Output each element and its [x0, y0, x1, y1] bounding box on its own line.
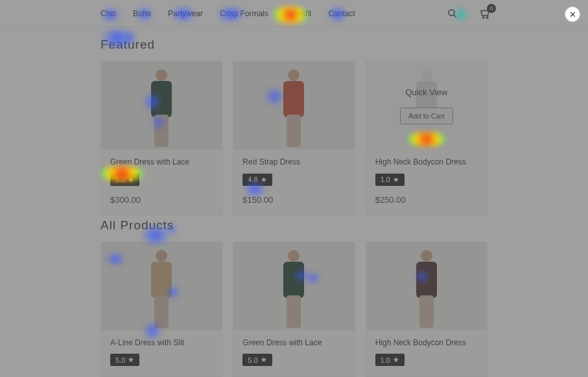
product-image [366, 242, 487, 330]
product-hover-overlay: Quick ViewAdd to Cart [366, 62, 487, 150]
product-card[interactable]: Red Strap Dress4.8★$150.00 [233, 61, 355, 216]
nav-partywear[interactable]: Partywear [168, 9, 203, 18]
nav-boho[interactable]: Boho [133, 9, 151, 18]
product-card-body: High Neck Bodycon Dress1.0★ [366, 330, 487, 377]
product-image [233, 62, 354, 150]
rating-value: 5.0 [115, 176, 125, 183]
product-title: A-Line Dress with Slit [110, 338, 213, 347]
product-image [101, 62, 222, 150]
product-card[interactable]: Green Dress with Lace5.0★$300.00 [100, 61, 222, 216]
product-title: Red Strap Dress [242, 157, 345, 166]
search-icon[interactable] [447, 8, 458, 19]
rating-value: 4.8 [248, 176, 257, 183]
product-title: Green Dress with Lace [242, 338, 345, 347]
quick-view-label[interactable]: Quick View [405, 87, 447, 97]
star-icon: ★ [128, 356, 134, 364]
product-title: Green Dress with Lace [110, 157, 213, 166]
nav-chic[interactable]: Chic [100, 9, 116, 18]
product-price: $300.00 [110, 195, 213, 205]
all-grid: A-Line Dress with Slit5.0★Green Dress wi… [100, 242, 488, 378]
product-title: High Neck Bodycon Dress [375, 157, 478, 166]
star-icon: ★ [393, 356, 399, 364]
product-card-body: Red Strap Dress4.8★$150.00 [233, 150, 354, 215]
product-card[interactable]: Quick ViewAdd to CartHigh Neck Bodycon D… [366, 61, 488, 216]
nav-crisp-formals[interactable]: Crisp Formals [220, 9, 268, 18]
svg-point-0 [449, 10, 454, 16]
product-price: $250.00 [375, 195, 478, 205]
rating-pill: 5.0★ [110, 174, 139, 186]
product-card-body: A-Line Dress with Slit5.0★ [101, 330, 222, 377]
rating-value: 1.0 [381, 176, 390, 183]
close-button[interactable]: ✕ [565, 6, 580, 22]
svg-point-3 [487, 16, 488, 17]
product-image [101, 242, 222, 330]
product-card-body: High Neck Bodycon Dress1.0★$250.00 [366, 150, 487, 215]
svg-point-2 [483, 16, 484, 17]
all-products-heading: All Products [100, 218, 488, 233]
product-card[interactable]: Green Dress with Lace5.0★ [233, 242, 355, 378]
product-price: $150.00 [242, 195, 345, 205]
nav-contact[interactable]: Contact [328, 9, 355, 18]
add-to-cart-button[interactable]: Add to Cart [400, 108, 453, 124]
rating-value: 5.0 [115, 356, 125, 364]
svg-line-1 [454, 15, 456, 17]
product-title: High Neck Bodycon Dress [375, 338, 478, 347]
rating-pill: 1.0★ [375, 354, 405, 366]
rating-pill: 1.0★ [375, 174, 405, 186]
product-card-body: Green Dress with Lace5.0★$300.00 [101, 150, 222, 215]
product-image: Quick ViewAdd to Cart [366, 62, 487, 150]
star-icon: ★ [261, 176, 267, 184]
rating-pill: 5.0★ [242, 354, 272, 366]
close-icon: ✕ [569, 10, 576, 19]
star-icon: ★ [393, 176, 399, 184]
cart-count-badge: 0 [487, 4, 496, 13]
nav-crossfit[interactable]: Crossfit [285, 9, 312, 18]
product-card[interactable]: A-Line Dress with Slit5.0★ [100, 242, 222, 378]
cart-icon[interactable]: 0 [479, 8, 491, 19]
product-card-body: Green Dress with Lace5.0★ [233, 330, 354, 377]
rating-pill: 5.0★ [110, 354, 139, 366]
rating-value: 5.0 [248, 356, 257, 364]
star-icon: ★ [128, 176, 134, 184]
star-icon: ★ [261, 356, 267, 364]
product-card[interactable]: High Neck Bodycon Dress1.0★ [366, 242, 488, 378]
top-nav: Chic Boho Partywear Crisp Formals Crossf… [0, 0, 588, 27]
rating-pill: 4.8★ [242, 174, 272, 186]
rating-value: 1.0 [381, 356, 390, 364]
featured-grid: Green Dress with Lace5.0★$300.00Red Stra… [100, 61, 488, 216]
product-image [233, 242, 354, 330]
featured-heading: Featured [100, 38, 488, 52]
